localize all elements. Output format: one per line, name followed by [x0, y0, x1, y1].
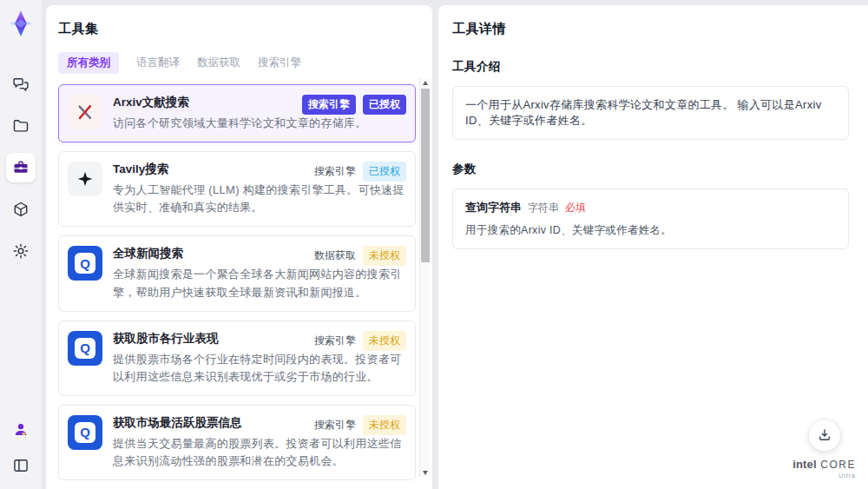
user-icon	[12, 420, 30, 438]
category-badge: 搜索引擎	[314, 334, 356, 348]
param-name: 查询字符串	[465, 200, 522, 215]
detail-panel: 工具详情 工具介绍 一个用于从Arxiv存储库搜索科学论文和文章的工具。 输入可…	[438, 5, 868, 489]
category-badge: 搜索引擎	[302, 95, 356, 115]
tool-icon: Q	[68, 331, 102, 366]
params-heading: 参数	[452, 162, 849, 177]
tool-card[interactable]: Tavily搜索 专为人工智能代理 (LLM) 构建的搜索引擎工具。可快速提供实…	[58, 151, 416, 227]
q-app-logo-icon: Q	[75, 253, 95, 274]
auth-status-badge: 未授权	[363, 331, 406, 351]
scrollbar-thumb[interactable]	[421, 89, 430, 262]
tool-desc: 全球新闻搜索是一个聚合全球各大新闻网站内容的搜索引擎，帮助用户快速获取全球最新资…	[113, 266, 404, 301]
tool-card[interactable]: Q 获取股市各行业表现 提供股票市场各个行业在特定时间段内的表现。投资者可以利用…	[58, 320, 416, 396]
sidebar-item-tools[interactable]	[6, 153, 36, 182]
download-button[interactable]	[808, 419, 841, 452]
scroll-down-arrow[interactable]	[420, 468, 431, 477]
intel-core-logo: intel CORE Ultra	[792, 457, 856, 479]
category-badge: 数据获取	[314, 248, 356, 263]
detail-title: 工具详情	[452, 21, 849, 37]
category-badge: 搜索引擎	[314, 418, 356, 433]
tool-card[interactable]: Q 获取市场最活跃股票信息 提供当天交易量最高的股票列表。投资者可以利用这些信息…	[58, 405, 416, 480]
tool-icon: Q	[68, 246, 102, 281]
sidebar-item-chat[interactable]	[6, 69, 36, 99]
param-type: 字符串	[528, 201, 559, 215]
gear-icon	[12, 242, 30, 260]
scroll-up-arrow[interactable]	[420, 78, 431, 87]
sidebar-item-settings[interactable]	[6, 236, 36, 266]
auth-status-badge: 未授权	[363, 246, 406, 266]
tool-desc: 访问各个研究领域大量科学论文和文章的存储库。	[113, 115, 367, 132]
sidebar-nav	[6, 69, 36, 266]
tavily-logo-icon	[76, 170, 94, 188]
category-tab[interactable]: 数据获取	[197, 52, 240, 74]
intro-heading: 工具介绍	[452, 59, 849, 75]
intel-wordmark: intel	[792, 458, 817, 471]
tools-panel: 工具集 所有类别语言翻译数据获取搜索引擎 Arxiv文献搜索 访问各个研究领域大…	[46, 5, 432, 489]
user-avatar-button[interactable]	[6, 414, 36, 444]
floating-corner: intel CORE Ultra	[792, 419, 856, 479]
download-icon	[817, 427, 832, 443]
category-tab[interactable]: 语言翻译	[136, 52, 180, 74]
collapse-panel-button[interactable]	[6, 451, 36, 480]
auth-status-badge: 未授权	[363, 415, 406, 435]
category-tab[interactable]: 所有类别	[58, 52, 119, 74]
auth-status-badge: 已授权	[363, 162, 406, 182]
category-tab[interactable]: 搜索引擎	[258, 52, 301, 74]
page-title: 工具集	[58, 21, 420, 37]
intro-box: 一个用于从Arxiv存储库搜索科学论文和文章的工具。 输入可以是Arxiv ID…	[452, 86, 849, 140]
tool-icon: Q	[68, 415, 102, 450]
sidebar-item-files[interactable]	[6, 111, 36, 141]
param-head: 查询字符串 字符串 必填	[465, 200, 836, 215]
category-badge: 搜索引擎	[314, 164, 356, 179]
sidebar-bottom	[6, 414, 36, 480]
auth-status-badge: 已授权	[363, 95, 406, 115]
sidebar-item-models[interactable]	[6, 195, 36, 224]
q-app-logo-icon: Q	[75, 422, 95, 443]
tool-desc: 提供股票市场各个行业在特定时间段内的表现。投资者可以利用这些信息来识别表现优于或…	[113, 351, 404, 386]
param-required-badge: 必填	[565, 201, 586, 215]
tool-icon	[68, 162, 102, 196]
arxiv-logo-icon	[76, 102, 95, 122]
panel-toggle-icon	[12, 457, 30, 474]
tool-card[interactable]: Q 全球新闻搜索 全球新闻搜索是一个聚合全球各大新闻网站内容的搜索引擎，帮助用户…	[58, 235, 416, 311]
tool-icon	[68, 95, 102, 129]
param-desc: 用于搜索的Arxiv ID、关键字或作者姓名。	[465, 223, 836, 238]
app-logo-icon	[6, 9, 36, 38]
tool-desc: 提供当天交易量最高的股票列表。投资者可以利用这些信息来识别流动性强的股票和潜在的…	[113, 435, 404, 470]
tool-list: Arxiv文献搜索 访问各个研究领域大量科学论文和文章的存储库。 搜索引擎 已授…	[58, 84, 416, 489]
brand-sub-label: Ultra	[792, 472, 856, 479]
param-box: 查询字符串 字符串 必填 用于搜索的Arxiv ID、关键字或作者姓名。	[452, 188, 849, 249]
app-logo[interactable]	[4, 7, 37, 40]
q-app-logo-icon: Q	[75, 338, 95, 359]
cube-icon	[12, 201, 30, 218]
intro-text: 一个用于从Arxiv存储库搜索科学论文和文章的工具。 输入可以是Arxiv ID…	[465, 97, 836, 129]
sidebar	[0, 0, 42, 489]
toolbox-icon	[12, 159, 30, 176]
category-tabs: 所有类别语言翻译数据获取搜索引擎	[58, 52, 420, 74]
chat-icon	[12, 76, 30, 93]
tool-card[interactable]: Arxiv文献搜索 访问各个研究领域大量科学论文和文章的存储库。 搜索引擎 已授…	[58, 84, 416, 142]
tool-list-scrollbar[interactable]	[419, 78, 430, 477]
core-wordmark: CORE	[820, 459, 856, 471]
folder-icon	[12, 117, 30, 135]
tool-desc: 专为人工智能代理 (LLM) 构建的搜索引擎工具。可快速提供实时、准确和真实的结…	[113, 182, 404, 216]
